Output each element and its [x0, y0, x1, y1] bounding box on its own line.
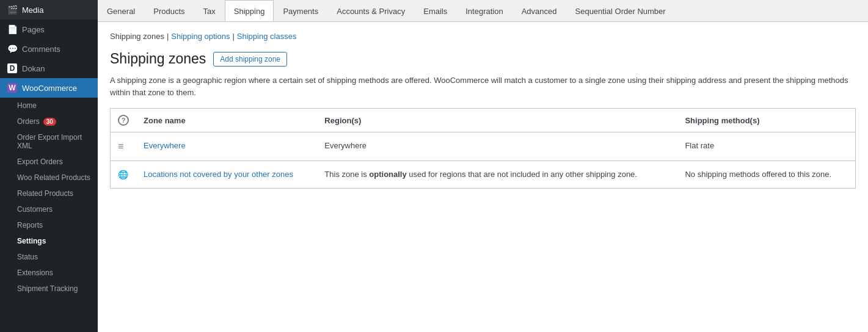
shipping-zones-table: ? Zone name Region(s) Shipping method(s)…	[110, 108, 856, 189]
regions-post: used for regions that are not included i…	[407, 170, 637, 179]
sidebar-item-media[interactable]: 🎬 Media	[0, 0, 98, 20]
sidebar-sub-orders[interactable]: Orders 30	[0, 114, 98, 129]
tab-payments[interactable]: Payments	[274, 0, 327, 22]
sidebar-sub-status[interactable]: Status	[0, 249, 98, 265]
regions-cell-not-covered: This zone is optionally used for regions…	[317, 161, 677, 189]
sidebar-sub-order-export-import[interactable]: Order Export Import XML	[0, 129, 98, 154]
methods-cell: Flat rate	[677, 132, 855, 161]
tab-general[interactable]: General	[98, 0, 144, 22]
sub-item-label: Orders	[17, 117, 40, 126]
help-icon[interactable]: ?	[118, 115, 129, 126]
sidebar-sub-related-products[interactable]: Related Products	[0, 186, 98, 201]
sidebar-item-label: Dokan	[22, 64, 45, 73]
comments-icon: 💬	[7, 44, 17, 54]
sub-item-label: Settings	[17, 237, 46, 245]
sidebar-sub-export-orders[interactable]: Export Orders	[0, 154, 98, 170]
sidebar-item-comments[interactable]: 💬 Comments	[0, 39, 98, 59]
orders-badge: 30	[43, 118, 56, 126]
subnav-sep-1: |	[167, 32, 169, 41]
drag-handle-cell: ≡	[111, 132, 137, 161]
sub-navigation: Shipping zones | Shipping options | Ship…	[110, 32, 856, 41]
dokan-icon: D	[7, 63, 17, 73]
drag-icon[interactable]: ≡	[118, 141, 123, 151]
tab-sequential-order-number[interactable]: Sequential Order Number	[566, 0, 675, 22]
sub-item-label: Reports	[17, 221, 43, 229]
table-row: 🌐 Locations not covered by your other zo…	[111, 161, 856, 189]
section-title: Shipping zones	[110, 51, 206, 67]
sub-item-label: Extensions	[17, 269, 53, 277]
sidebar-sub-reports[interactable]: Reports	[0, 217, 98, 233]
zone-name-cell: Locations not covered by your other zone…	[136, 161, 317, 189]
settings-tabs: General Products Tax Shipping Payments A…	[98, 0, 868, 22]
sidebar-item-pages[interactable]: 📄 Pages	[0, 20, 98, 39]
sub-item-label: Status	[17, 253, 38, 261]
sidebar-sub-customers[interactable]: Customers	[0, 201, 98, 217]
sidebar-item-label: Pages	[22, 25, 45, 34]
th-regions: Region(s)	[317, 109, 677, 132]
sub-item-label: Woo Related Products	[17, 173, 90, 182]
sidebar-sub-shipment-tracking[interactable]: Shipment Tracking	[0, 281, 98, 297]
regions-pre: This zone is	[324, 170, 369, 179]
methods-cell-not-covered: No shipping methods offered to this zone…	[677, 161, 855, 189]
tab-integration[interactable]: Integration	[456, 0, 512, 22]
th-methods: Shipping method(s)	[677, 109, 855, 132]
th-zone-name: Zone name	[136, 109, 317, 132]
sub-item-label: Order Export Import XML	[17, 133, 82, 150]
tab-shipping[interactable]: Shipping	[225, 0, 274, 22]
sub-item-label: Home	[17, 101, 37, 110]
sidebar: 🎬 Media 📄 Pages 💬 Comments D Dokan W Woo…	[0, 0, 98, 332]
table-row: ≡ Everywhere Everywhere Flat rate	[111, 132, 856, 161]
sidebar-sub-extensions[interactable]: Extensions	[0, 265, 98, 281]
add-shipping-zone-button[interactable]: Add shipping zone	[213, 52, 287, 67]
content-area: Shipping zones | Shipping options | Ship…	[98, 22, 868, 332]
tab-products[interactable]: Products	[144, 0, 194, 22]
subnav-shipping-classes[interactable]: Shipping classes	[237, 32, 297, 41]
tab-emails[interactable]: Emails	[414, 0, 456, 22]
globe-icon: 🌐	[118, 170, 128, 179]
sidebar-sub-home[interactable]: Home	[0, 98, 98, 114]
tab-accounts-privacy[interactable]: Accounts & Privacy	[327, 0, 414, 22]
section-header: Shipping zones Add shipping zone	[110, 51, 856, 67]
sub-item-label: Related Products	[17, 189, 73, 198]
tab-tax[interactable]: Tax	[194, 0, 225, 22]
woocommerce-icon: W	[7, 83, 17, 93]
zone-name-link[interactable]: Everywhere	[144, 141, 186, 150]
tab-advanced[interactable]: Advanced	[512, 0, 566, 22]
sub-item-label: Export Orders	[17, 157, 63, 166]
globe-icon-cell: 🌐	[111, 161, 137, 189]
sidebar-sub-woo-related-products[interactable]: Woo Related Products	[0, 170, 98, 186]
sidebar-sub-settings[interactable]: Settings	[0, 233, 98, 249]
sidebar-item-label: WooCommerce	[22, 84, 77, 93]
sidebar-item-label: Comments	[22, 45, 60, 54]
main-content: General Products Tax Shipping Payments A…	[98, 0, 868, 332]
zone-name-link-not-covered[interactable]: Locations not covered by your other zone…	[144, 170, 293, 179]
pages-icon: 📄	[7, 24, 17, 34]
subnav-sep-2: |	[232, 32, 234, 41]
sidebar-item-woocommerce[interactable]: W WooCommerce	[0, 78, 98, 98]
sub-item-label: Shipment Tracking	[17, 284, 78, 293]
regions-bold: optionally	[369, 170, 406, 179]
subnav-shipping-options[interactable]: Shipping options	[171, 32, 230, 41]
subnav-shipping-zones[interactable]: Shipping zones	[110, 32, 164, 41]
th-icon: ?	[111, 109, 137, 132]
section-description: A shipping zone is a geographic region w…	[110, 74, 856, 98]
regions-cell: Everywhere	[317, 132, 677, 161]
media-icon: 🎬	[7, 5, 17, 15]
sidebar-item-label: Media	[22, 5, 43, 15]
sidebar-item-dokan[interactable]: D Dokan	[0, 59, 98, 78]
zone-name-cell: Everywhere	[136, 132, 317, 161]
sub-item-label: Customers	[17, 205, 53, 214]
